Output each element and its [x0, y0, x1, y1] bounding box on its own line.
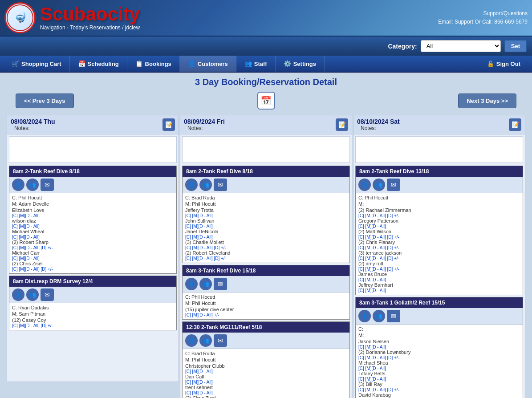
customer-links-0-0-3[interactable]: [C] [M][D - All] [D] +/- [12, 245, 174, 250]
customer-links-1-0-0[interactable]: [C] [M][D - All] [185, 213, 347, 218]
email-icon-2-0[interactable]: ✉ [387, 179, 400, 191]
group-icon-1-2[interactable]: 👥 [199, 334, 212, 347]
person-icon-0-0[interactable]: 👤 [12, 179, 24, 191]
customer-name-2-1-5: David Karabag [358, 392, 520, 398]
support-line2: Email: Support Or Call: 866-669-5679 [438, 18, 528, 26]
group-icon-1-1[interactable]: 👥 [199, 278, 212, 290]
customer-links-1-0-1[interactable]: [C] [M][D - All] [185, 224, 347, 229]
booking-card-1-0: 8am 2-Tank Reef Dive 8/18 👤 👥 ✉ C: Brad … [182, 166, 350, 263]
customer-links-1-2-2[interactable]: [C] [M][D - All] [185, 390, 347, 395]
prev-3-days-button[interactable]: << Prev 3 Days [16, 93, 74, 108]
customer-links-2-0-1[interactable]: [C] [M][D - All] [358, 224, 520, 229]
booking-captain-0-0: C: Phil Hocutt [12, 195, 174, 200]
customer-name-1-2-1: Dan Call [185, 374, 347, 379]
customer-links-2-0-2[interactable]: [C] [M][D - All] [D] +/- [358, 235, 520, 240]
booking-captain-1-1: C: Phil Hocutt [185, 294, 347, 300]
customer-links-1-0-2[interactable]: [C] [M][D - All] [185, 235, 347, 240]
customer-links-2-0-6[interactable]: [C] [M][D - All] [358, 277, 520, 282]
customer-links-1-2-0[interactable]: [C] [M][D - All] [185, 369, 347, 374]
booking-header-1-2[interactable]: 12:30 2-Tank MG111/Reef 5/18 [183, 322, 349, 333]
customer-links-0-0-4[interactable]: [C] [M][D - All] [12, 256, 174, 261]
customer-links-0-0-0[interactable]: [C] [M][D - All] [12, 213, 174, 218]
customer-name-1-2-0: Christopher Clubb [185, 363, 347, 369]
sign-out-button[interactable]: 🔓 Sign Out [479, 56, 528, 72]
customer-links-2-0-3[interactable]: [C] [M][D - All] [D] +/- [358, 245, 520, 250]
booking-actions-2-0: 👤 👥 ✉ [356, 177, 523, 193]
booking-captain-0-1: C: Ryan Dadakis [12, 305, 174, 310]
person-icon-1-0[interactable]: 👤 [185, 179, 198, 191]
booking-captain-1-0: C: Brad Ruda [185, 195, 347, 200]
booking-mate-0-0: M: Adam Develle [12, 201, 174, 207]
customer-links-1-2-1[interactable]: [C] [M][D - All] [185, 380, 347, 385]
group-icon-2-0[interactable]: 👥 [373, 179, 385, 191]
customer-links-2-0-0[interactable]: [C] [M][D - All] [D] +/- [358, 213, 520, 218]
nav-settings[interactable]: ⚙️ Settings [276, 56, 325, 72]
customer-name-2-0-2: (2) Matt Wilson [358, 229, 520, 234]
logo-area: 🤿 Scubaocity Navigation - Today's Reserv… [4, 2, 140, 33]
person-icon-1-2[interactable]: 👤 [185, 334, 198, 347]
person-icon-0-1[interactable]: 👤 [12, 288, 24, 301]
category-select[interactable]: All [421, 40, 501, 52]
customer-links-2-1-0[interactable]: [C] [M][D - All] [358, 345, 520, 349]
day-notes-area-1 [182, 136, 350, 163]
calendar-button[interactable]: 📅 [257, 92, 275, 110]
email-icon-2-1[interactable]: ✉ [387, 310, 400, 322]
group-icon-0-1[interactable]: 👥 [26, 288, 39, 301]
email-icon-0-0[interactable]: ✉ [41, 179, 54, 191]
day-notes-icon-0[interactable]: 📝 [162, 118, 175, 131]
customer-links-0-0-1[interactable]: [C] [M][D - All] [12, 224, 174, 229]
booking-mate-1-0: M: Phil Hocutt [185, 201, 347, 207]
booking-body-1-0: C: Brad RudaM: Phil HocuttJeffery Trotta… [183, 193, 349, 263]
email-icon-1-0[interactable]: ✉ [214, 179, 227, 191]
email-icon-1-2[interactable]: ✉ [214, 334, 227, 347]
person-icon-2-0[interactable]: 👤 [358, 179, 371, 191]
customer-name-1-0-4: (2) Robert Cleveland [185, 250, 347, 256]
next-3-days-button[interactable]: Next 3 Days >> [458, 93, 516, 108]
customer-links-2-1-3[interactable]: [C] [M][D - All] [358, 377, 520, 382]
customer-links-2-0-4[interactable]: [C] [M][D - All] [D] +/- [358, 256, 520, 261]
customers-icon: 👤 [188, 60, 195, 67]
page-content: 3 Day Booking/Reservation Detail << Prev… [0, 73, 532, 398]
booking-header-0-0[interactable]: 8am 2-Tank Reef Dive 8/18 [9, 166, 176, 177]
person-icon-2-1[interactable]: 👤 [358, 310, 371, 322]
booking-actions-1-0: 👤 👥 ✉ [183, 177, 349, 193]
customer-links-1-1-0[interactable]: [C] [M][D - All] +/- [185, 313, 347, 317]
customer-name-1-2-3: (2) Chris Zisel [185, 395, 347, 398]
customer-links-2-1-1[interactable]: [C] [M][D - All] [D] +/- [358, 355, 520, 360]
customer-name-2-0-6: James Bruce [358, 272, 520, 277]
customer-links-0-0-2[interactable]: [C] [M][D - All] [12, 235, 174, 240]
booking-header-1-1[interactable]: 8am 3-Tank Reef Dive 15/18 [183, 265, 349, 276]
support-info: Support/Questions Email: Support Or Call… [438, 9, 528, 26]
day-notes-area-2 [355, 136, 523, 163]
email-icon-0-1[interactable]: ✉ [41, 288, 54, 301]
nav-bookings[interactable]: 📋 Bookings [127, 56, 180, 72]
customer-links-2-0-5[interactable]: [C] [M][D - All] [D] +/- [358, 267, 520, 272]
group-icon-2-1[interactable]: 👥 [373, 310, 385, 322]
booking-actions-0-0: 👤 👥 ✉ [9, 177, 176, 193]
shopping-cart-icon: 🛒 [12, 60, 19, 67]
email-icon-1-1[interactable]: ✉ [214, 278, 227, 290]
nav-shopping-cart[interactable]: 🛒 Shopping Cart [4, 56, 70, 72]
day-notes-icon-2[interactable]: 📝 [509, 118, 521, 131]
customer-links-0-1-0[interactable]: [C] [M][D - All] [D] +/- [12, 323, 174, 328]
customer-links-2-0-7[interactable]: [C] [M][D - All] [358, 288, 520, 293]
booking-header-2-1[interactable]: 8am 3-Tank 1 Goliath/2 Reef 15/15 [356, 297, 523, 308]
booking-actions-2-1: 👤 👥 ✉ [356, 308, 523, 325]
booking-header-1-0[interactable]: 8am 2-Tank Reef Dive 8/18 [183, 166, 349, 177]
nav-customers[interactable]: 👤 Customers [180, 56, 236, 72]
day-notes-icon-1[interactable]: 📝 [336, 118, 348, 131]
customer-links-2-1-4[interactable]: [C] [M][D - All] [D] +/- [358, 387, 520, 392]
customer-links-2-1-2[interactable]: [C] [M][D - All] [358, 366, 520, 371]
booking-card-1-1: 8am 3-Tank Reef Dive 15/18 👤 👥 ✉ C: Phil… [182, 265, 350, 320]
nav-scheduling[interactable]: 📅 Scheduling [70, 56, 127, 72]
customer-links-1-0-3[interactable]: [C] [M][D - All] [D] +/- [185, 245, 347, 250]
nav-staff[interactable]: 👥 Staff [236, 56, 276, 72]
booking-header-2-0[interactable]: 8am 2-Tank Reef Dive 13/18 [356, 166, 523, 177]
group-icon-1-0[interactable]: 👥 [199, 179, 212, 191]
customer-links-1-0-4[interactable]: [C] [M][D - All] [D] +/- [185, 256, 347, 261]
set-button[interactable]: Set [504, 40, 527, 52]
booking-header-0-1[interactable]: 8am Dist.resp DRM Survey 12/4 [9, 276, 176, 287]
group-icon-0-0[interactable]: 👥 [26, 179, 39, 191]
person-icon-1-1[interactable]: 👤 [185, 278, 198, 290]
customer-links-0-0-5[interactable]: [C] [M][D - All] [D] +/- [12, 267, 174, 272]
